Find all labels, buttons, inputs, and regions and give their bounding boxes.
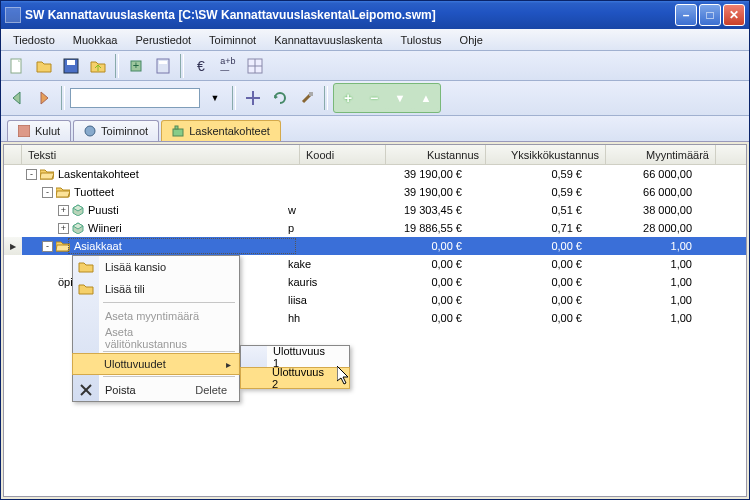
cell-koodi bbox=[282, 191, 368, 193]
new-file-button[interactable] bbox=[5, 54, 29, 78]
calc-button[interactable] bbox=[151, 54, 175, 78]
ctx-add-folder[interactable]: Lisää kansio bbox=[73, 256, 239, 278]
move-up-button[interactable]: ▲ bbox=[414, 86, 438, 110]
menu-file[interactable]: Tiedosto bbox=[5, 32, 63, 48]
dropdown-button[interactable]: ▼ bbox=[203, 86, 227, 110]
tree-cell[interactable]: -Asiakkaat bbox=[4, 239, 282, 253]
toolbar-separator bbox=[61, 86, 65, 110]
row-label: Puusti bbox=[88, 204, 119, 216]
nav-back-button[interactable] bbox=[5, 86, 29, 110]
menu-basic-data[interactable]: Perustiedot bbox=[127, 32, 199, 48]
cell-myyntimaara: 28 000,00 bbox=[588, 221, 698, 235]
cell-myyntimaara: 1,00 bbox=[588, 239, 698, 253]
tree-toggle[interactable]: - bbox=[42, 241, 53, 252]
cell-kustannus: 39 190,00 € bbox=[368, 167, 468, 181]
maximize-button[interactable]: □ bbox=[699, 4, 721, 26]
folder-icon bbox=[78, 259, 94, 275]
tab-kulut[interactable]: Kulut bbox=[7, 120, 71, 141]
quick-search-input[interactable] bbox=[70, 88, 200, 108]
col-myyntimaara[interactable]: Myyntimäärä bbox=[606, 145, 716, 164]
cell-koodi bbox=[282, 173, 368, 175]
row-label: Laskentakohteet bbox=[58, 168, 139, 180]
nav-next-button[interactable] bbox=[32, 86, 56, 110]
remove-row-button[interactable]: − bbox=[362, 86, 386, 110]
menu-print[interactable]: Tulostus bbox=[392, 32, 449, 48]
cell-kustannus: 39 190,00 € bbox=[368, 185, 468, 199]
ctx-label: Aseta välitönkustannus bbox=[105, 326, 215, 350]
arrows-button[interactable] bbox=[241, 86, 265, 110]
col-koodi[interactable]: Koodi bbox=[300, 145, 386, 164]
ctx-dimensions[interactable]: Ulottuvuudet bbox=[72, 353, 240, 375]
ctx-shortcut: Delete bbox=[195, 384, 227, 396]
table-row[interactable]: -Laskentakohteet39 190,00 €0,59 €66 000,… bbox=[4, 165, 746, 183]
svg-rect-5 bbox=[157, 59, 169, 73]
move-down-button[interactable]: ▼ bbox=[388, 86, 412, 110]
submenu-dim2[interactable]: Ulottuvuus 2 bbox=[240, 367, 350, 389]
tree-toggle[interactable]: - bbox=[26, 169, 37, 180]
ctx-label: Lisää kansio bbox=[105, 261, 166, 273]
ctx-delete[interactable]: Poista Delete bbox=[73, 379, 239, 401]
menu-actions[interactable]: Toiminnot bbox=[201, 32, 264, 48]
cell-yksikkokustannus: 0,59 € bbox=[468, 185, 588, 199]
col-yksikkokustannus[interactable]: Yksikkökustannus bbox=[486, 145, 606, 164]
table-row[interactable]: -Tuotteet39 190,00 €0,59 €66 000,00 bbox=[4, 183, 746, 201]
euro-button[interactable]: € bbox=[189, 54, 213, 78]
menu-edit[interactable]: Muokkaa bbox=[65, 32, 126, 48]
cell-yksikkokustannus: 0,00 € bbox=[468, 293, 588, 307]
ctx-set-cost: Aseta välitönkustannus bbox=[73, 327, 239, 349]
window-title: SW Kannattavuuslaskenta [C:\SW Kannattav… bbox=[25, 8, 675, 22]
add-row-button[interactable]: + bbox=[336, 86, 360, 110]
context-menu-separator bbox=[103, 302, 235, 303]
toolbar-separator bbox=[180, 54, 184, 78]
tree-toggle[interactable]: - bbox=[42, 187, 53, 198]
tree-cell[interactable]: +Wiineri bbox=[4, 221, 282, 235]
tree-toggle[interactable]: + bbox=[58, 223, 69, 234]
menu-profitability[interactable]: Kannattavuuslaskenta bbox=[266, 32, 390, 48]
menu-help[interactable]: Ohje bbox=[452, 32, 491, 48]
cell-myyntimaara: 1,00 bbox=[588, 275, 698, 289]
submenu-dim1[interactable]: Ulottuvuus 1 bbox=[241, 346, 349, 368]
table-row[interactable]: +Wiinerip19 886,55 €0,71 €28 000,00 bbox=[4, 219, 746, 237]
ctx-add-account[interactable]: Lisää tili bbox=[73, 278, 239, 300]
tab-toiminnot[interactable]: Toiminnot bbox=[73, 120, 159, 141]
minimize-button[interactable]: – bbox=[675, 4, 697, 26]
cell-kustannus: 0,00 € bbox=[368, 311, 468, 325]
cell-myyntimaara: 1,00 bbox=[588, 257, 698, 271]
table-row[interactable]: +Puustiw19 303,45 €0,51 €38 000,00 bbox=[4, 201, 746, 219]
cell-yksikkokustannus: 0,00 € bbox=[468, 311, 588, 325]
cell-yksikkokustannus: 0,51 € bbox=[468, 203, 588, 217]
folder-open-icon bbox=[56, 240, 70, 252]
toolbar-separator bbox=[232, 86, 236, 110]
folder-open-icon bbox=[40, 168, 54, 180]
app-icon bbox=[5, 7, 21, 23]
cell-koodi: p bbox=[282, 221, 368, 235]
tree-toggle[interactable]: + bbox=[58, 205, 69, 216]
svg-text:+: + bbox=[133, 59, 139, 71]
close-button[interactable]: ✕ bbox=[723, 4, 745, 26]
row-label: Asiakkaat bbox=[74, 240, 122, 252]
refresh-button[interactable] bbox=[268, 86, 292, 110]
table-row[interactable]: -Asiakkaat0,00 €0,00 €1,00 bbox=[4, 237, 746, 255]
grid-button[interactable] bbox=[243, 54, 267, 78]
save-button[interactable] bbox=[59, 54, 83, 78]
folder-up-button[interactable] bbox=[86, 54, 110, 78]
open-file-button[interactable] bbox=[32, 54, 56, 78]
tree-cell[interactable]: -Laskentakohteet bbox=[4, 167, 282, 181]
col-teksti[interactable]: Teksti bbox=[22, 145, 300, 164]
svg-rect-6 bbox=[159, 61, 167, 64]
add-item-button[interactable]: + bbox=[124, 54, 148, 78]
col-kustannus[interactable]: Kustannus bbox=[386, 145, 486, 164]
settings-button[interactable] bbox=[295, 86, 319, 110]
ratio-button[interactable]: a+b― bbox=[216, 54, 240, 78]
cell-koodi: w bbox=[282, 203, 368, 217]
ctx-set-qty: Aseta myyntimäärä bbox=[73, 305, 239, 327]
cube-icon bbox=[72, 204, 84, 216]
delete-icon bbox=[78, 382, 94, 398]
context-menu: Lisää kansio Lisää tili Aseta myyntimäär… bbox=[72, 255, 240, 402]
cell-koodi: kake bbox=[282, 257, 368, 271]
tree-cell[interactable]: -Tuotteet bbox=[4, 185, 282, 199]
cell-koodi: liisa bbox=[282, 293, 368, 307]
tab-laskentakohteet[interactable]: Laskentakohteet bbox=[161, 120, 281, 141]
tree-cell[interactable]: +Puusti bbox=[4, 203, 282, 217]
cell-yksikkokustannus: 0,00 € bbox=[468, 275, 588, 289]
